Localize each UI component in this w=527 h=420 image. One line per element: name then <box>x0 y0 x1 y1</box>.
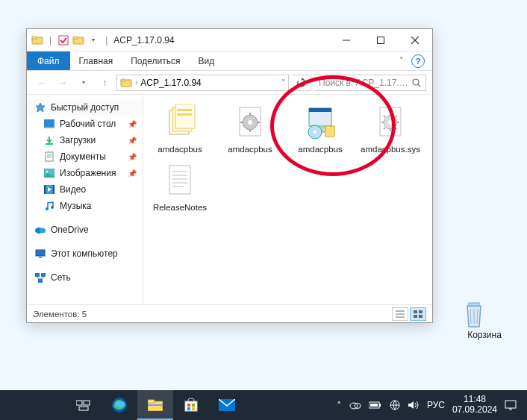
tray-battery-icon[interactable] <box>369 401 382 409</box>
address-folder-icon <box>120 78 132 88</box>
tray-network-icon[interactable] <box>390 400 400 410</box>
tray-overflow-icon[interactable]: ˄ <box>337 400 342 411</box>
desktop-icon <box>43 118 55 130</box>
svg-rect-39 <box>177 113 192 116</box>
nav-desktop[interactable]: Рабочий стол 📌 <box>27 116 143 132</box>
address-bar[interactable]: › ACP_1.17.0.94 ˅ <box>116 75 289 91</box>
svg-point-42 <box>248 120 252 125</box>
nav-documents[interactable]: Документы 📌 <box>27 148 143 165</box>
breadcrumb-segment[interactable]: ACP_1.17.0.94 <box>140 78 201 88</box>
address-row: ← → ▾ ↑ › ACP_1.17.0.94 ˅ Поиск в: ACP_1… <box>27 71 432 95</box>
nav-label: Видео <box>60 184 86 195</box>
svg-marker-13 <box>36 103 45 112</box>
folder-small-icon[interactable] <box>72 34 84 46</box>
file-item-installer[interactable]: amdacpbus <box>290 102 351 154</box>
file-item-sys[interactable]: amdacpbus.sys <box>360 102 421 154</box>
nav-onedrive[interactable]: OneDrive <box>27 222 143 238</box>
close-button[interactable] <box>398 29 432 51</box>
qat-separator-2: | <box>105 35 107 46</box>
nav-videos[interactable]: Видео <box>27 181 143 198</box>
svg-point-26 <box>46 207 49 210</box>
tray-notifications-icon[interactable] <box>505 400 517 410</box>
pin-icon: 📌 <box>128 153 137 161</box>
file-item-catalog[interactable]: amdacpbus <box>149 102 211 154</box>
nav-quick-access[interactable]: Быстрый доступ <box>27 99 143 116</box>
search-input[interactable]: Поиск в: ACP_1.17.0.94 <box>314 75 426 91</box>
nav-recent-dropdown[interactable]: ▾ <box>75 74 93 92</box>
folder-icon <box>31 34 43 46</box>
ribbon: Файл Главная Поделиться Вид ˅ ? <box>27 51 432 71</box>
file-label: amdacpbus.sys <box>361 144 420 154</box>
tray-clock[interactable]: 11:48 07.09.2024 <box>452 395 497 416</box>
svg-point-55 <box>388 120 393 125</box>
pin-icon: 📌 <box>128 137 137 145</box>
taskbar-store[interactable] <box>173 390 209 420</box>
taskbar-taskview[interactable] <box>66 390 102 420</box>
nav-back-button[interactable]: ← <box>33 74 51 92</box>
svg-point-22 <box>46 171 49 173</box>
nav-network[interactable]: Сеть <box>27 269 143 286</box>
svg-rect-32 <box>35 273 40 277</box>
search-icon[interactable] <box>412 78 421 87</box>
tray-volume-icon[interactable] <box>408 400 420 410</box>
qat-dropdown-icon[interactable]: ▾ <box>87 34 99 46</box>
ribbon-tab-share[interactable]: Поделиться <box>122 51 189 70</box>
taskbar-file-explorer[interactable] <box>137 390 173 420</box>
svg-rect-95 <box>370 404 378 407</box>
catalog-file-icon <box>160 102 200 142</box>
svg-rect-78 <box>76 401 82 405</box>
file-label: ReleaseNotes <box>153 202 207 213</box>
maximize-button[interactable] <box>364 29 398 51</box>
nav-label: Рабочий стол <box>60 119 116 129</box>
music-icon <box>43 200 55 212</box>
nav-up-button[interactable]: ↑ <box>96 74 113 92</box>
view-icons-button[interactable] <box>410 307 426 321</box>
file-tab[interactable]: Файл <box>27 51 70 70</box>
view-details-button[interactable] <box>392 307 408 321</box>
sys-file-icon <box>370 102 411 142</box>
ribbon-tab-view[interactable]: Вид <box>189 51 223 70</box>
nav-downloads[interactable]: Загрузки 📌 <box>27 132 143 148</box>
address-dropdown-icon[interactable]: ˅ <box>281 78 285 87</box>
ribbon-tab-home[interactable]: Главная <box>70 51 122 70</box>
tray-onedrive-icon[interactable] <box>349 401 361 410</box>
help-icon[interactable]: ? <box>411 54 425 68</box>
nav-label: Музыка <box>60 201 91 211</box>
taskbar-mail[interactable] <box>209 390 245 420</box>
minimize-button[interactable] <box>329 29 364 51</box>
tray-language[interactable]: РУС <box>427 400 445 410</box>
svg-rect-88 <box>187 407 190 410</box>
refresh-button[interactable] <box>292 75 311 91</box>
svg-rect-15 <box>44 127 54 128</box>
nav-this-pc[interactable]: Этот компьютер <box>27 245 143 262</box>
properties-check-icon[interactable] <box>57 34 69 46</box>
svg-rect-37 <box>175 104 195 128</box>
file-list[interactable]: amdacpbus amdacpbus <box>143 95 432 304</box>
file-item-inf[interactable]: amdacpbus <box>219 102 281 154</box>
file-explorer-window: | ▾ | ACP_1.17.0.94 Файл Главная <box>26 28 433 323</box>
nav-music[interactable]: Музыка <box>27 198 143 214</box>
svg-rect-85 <box>185 401 197 411</box>
svg-rect-86 <box>187 404 190 407</box>
pin-icon: 📌 <box>128 120 137 128</box>
svg-rect-1 <box>32 37 37 39</box>
inf-file-icon <box>230 102 270 142</box>
nav-forward-button[interactable]: → <box>54 74 72 92</box>
svg-rect-74 <box>419 310 422 313</box>
taskbar-edge[interactable] <box>102 390 137 420</box>
ribbon-expand-icon[interactable]: ˅ <box>399 56 404 66</box>
recycle-bin[interactable]: Корзина <box>458 298 511 340</box>
recycle-bin-icon <box>458 298 511 330</box>
svg-rect-84 <box>148 404 163 406</box>
file-label: amdacpbus <box>298 144 342 154</box>
breadcrumb-chevron-icon[interactable]: › <box>135 78 137 87</box>
file-item-releasenotes[interactable]: ReleaseNotes <box>149 160 211 213</box>
nav-pictures[interactable]: Изображения 📌 <box>27 165 143 181</box>
title-bar[interactable]: | ▾ | ACP_1.17.0.94 <box>27 29 432 51</box>
window-title: ACP_1.17.0.94 <box>113 35 174 46</box>
svg-point-91 <box>350 403 358 409</box>
svg-point-29 <box>40 228 46 233</box>
svg-rect-48 <box>309 108 331 112</box>
this-pc-icon <box>34 248 46 260</box>
file-label: amdacpbus <box>158 144 202 154</box>
